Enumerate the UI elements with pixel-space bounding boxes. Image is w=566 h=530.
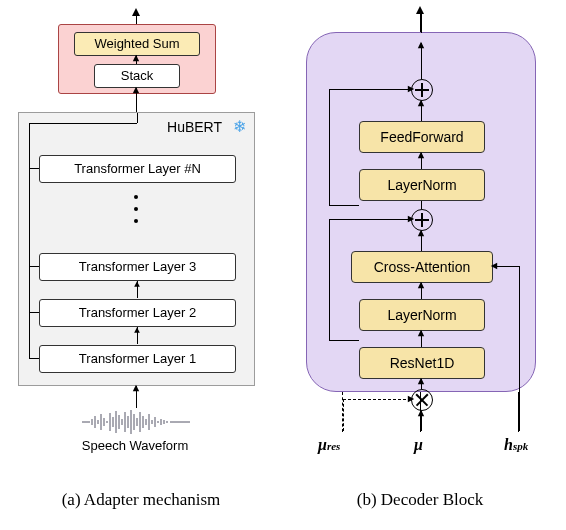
arrow-head bbox=[418, 152, 424, 158]
snowflake-icon: ❄ bbox=[233, 117, 246, 136]
arrow-head bbox=[491, 263, 497, 269]
arrow-head bbox=[132, 8, 140, 16]
arrow-head bbox=[133, 55, 139, 61]
skip-line bbox=[329, 340, 359, 341]
figure-container: Weighted Sum Stack HuBERT ❄ Transformer … bbox=[0, 0, 566, 530]
tap-line bbox=[29, 312, 39, 313]
arrow-head bbox=[408, 216, 414, 222]
hubert-encoder-box: HuBERT ❄ Transformer Layer #N Transforme… bbox=[18, 112, 255, 386]
speech-waveform-label: Speech Waveform bbox=[60, 438, 210, 453]
arrow-head bbox=[408, 396, 414, 402]
weighted-sum-block: Weighted Sum bbox=[74, 32, 200, 56]
dashed-line bbox=[343, 399, 344, 431]
arrow-head bbox=[134, 281, 140, 287]
dashed-line bbox=[343, 399, 411, 400]
arrow-line bbox=[518, 392, 519, 432]
arrow-head bbox=[418, 410, 424, 416]
tap-bus-top bbox=[29, 123, 137, 124]
caption-b: (b) Decoder Block bbox=[320, 490, 520, 510]
arrow-head bbox=[418, 378, 424, 384]
add-op-icon bbox=[411, 209, 433, 231]
arrow-line bbox=[137, 113, 138, 123]
transformer-layer-3: Transformer Layer 3 bbox=[39, 253, 236, 281]
arrow-head bbox=[418, 100, 424, 106]
transformer-layer-n: Transformer Layer #N bbox=[39, 155, 236, 183]
dashed-line bbox=[342, 392, 343, 432]
arrow-head bbox=[418, 230, 424, 236]
caption-a: (a) Adapter mechanism bbox=[26, 490, 256, 510]
arrow-line bbox=[421, 43, 422, 79]
cross-attention-block: Cross-Attention bbox=[351, 251, 493, 283]
feedforward-block: FeedForward bbox=[359, 121, 485, 153]
arrow-line bbox=[421, 201, 422, 209]
skip-line bbox=[329, 219, 411, 220]
arrow-line bbox=[420, 392, 421, 432]
tap-line bbox=[29, 168, 39, 169]
tap-line bbox=[29, 266, 39, 267]
resnet1d-block: ResNet1D bbox=[359, 347, 485, 379]
h-spk-label: hspk bbox=[504, 436, 528, 454]
hubert-label: HuBERT bbox=[167, 119, 222, 135]
stack-block: Stack bbox=[94, 64, 180, 88]
arrow-head bbox=[418, 330, 424, 336]
arrow-line bbox=[519, 266, 520, 431]
transformer-layer-1: Transformer Layer 1 bbox=[39, 345, 236, 373]
decoder-block-box: FeedForward LayerNorm Cross-Attention La… bbox=[306, 32, 536, 392]
arrow-head bbox=[408, 86, 414, 92]
mu-res-label: μres bbox=[318, 436, 340, 454]
arrow-head bbox=[418, 282, 424, 288]
arrow-head bbox=[133, 385, 139, 391]
transformer-layer-2: Transformer Layer 2 bbox=[39, 299, 236, 327]
tap-bus bbox=[29, 123, 30, 359]
waveform-icon bbox=[82, 410, 190, 434]
skip-line bbox=[329, 89, 330, 205]
arrow-head bbox=[133, 87, 139, 93]
arrow-head bbox=[418, 42, 424, 48]
tap-line bbox=[29, 358, 39, 359]
add-op-icon bbox=[411, 79, 433, 101]
arrow-line bbox=[421, 13, 422, 33]
layernorm-top-block: LayerNorm bbox=[359, 169, 485, 201]
multiply-op-icon bbox=[411, 389, 433, 411]
skip-line bbox=[329, 205, 359, 206]
skip-line bbox=[329, 89, 411, 90]
skip-line bbox=[329, 219, 330, 340]
ellipsis-icon bbox=[134, 187, 138, 243]
mu-label: μ bbox=[414, 436, 423, 454]
layernorm-bottom-block: LayerNorm bbox=[359, 299, 485, 331]
arrow-head bbox=[134, 327, 140, 333]
arrow-head bbox=[416, 6, 424, 14]
